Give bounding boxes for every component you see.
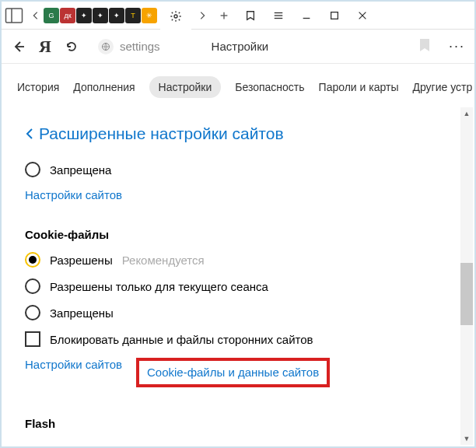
background-tabs: G дк ✦ ✦ ✦ T ✳ [44, 8, 157, 23]
tab-next-icon[interactable] [194, 2, 210, 30]
address-field[interactable]: settings [98, 39, 160, 54]
block-third-party-option[interactable]: Блокировать данные и файлы сторонних сай… [25, 331, 451, 347]
svg-point-2 [174, 15, 177, 18]
tab-favicon[interactable]: ✦ [76, 8, 92, 23]
scroll-up-icon[interactable]: ▲ [460, 107, 473, 120]
radio-icon[interactable] [25, 305, 40, 320]
cookies-allowed-option[interactable]: Разрешены Рекомендуется [25, 252, 451, 268]
tab-addons[interactable]: Дополнения [73, 81, 135, 93]
section-title: Расширенные настройки сайтов [39, 124, 284, 143]
cookies-session-option[interactable]: Разрешены только для текущего сеанса [25, 278, 451, 294]
radio-option-blocked[interactable]: Запрещена [25, 162, 451, 177]
address-bar: Я settings Настройки ··· [2, 30, 474, 64]
page-title: Настройки [212, 40, 269, 53]
tab-favicon[interactable]: ✳ [142, 8, 157, 23]
tab-other[interactable]: Другие устр [412, 81, 472, 93]
svg-rect-0 [6, 9, 23, 23]
radio-label: Запрещена [50, 163, 111, 177]
scrollbar[interactable]: ▲ ▼ [460, 107, 473, 445]
radio-label: Разрешены [50, 254, 113, 267]
bookmark-icon[interactable] [419, 38, 430, 55]
section-back-link[interactable]: Расширенные настройки сайтов [25, 124, 451, 143]
close-button[interactable] [353, 6, 372, 25]
cookies-heading: Сookie-файлы [25, 228, 451, 241]
maximize-button[interactable] [325, 6, 344, 25]
checkbox-icon[interactable] [25, 331, 40, 347]
reader-mode-icon[interactable] [241, 6, 260, 25]
site-info-icon[interactable] [98, 39, 114, 54]
scroll-down-icon[interactable]: ▼ [460, 432, 473, 445]
radio-icon[interactable] [25, 278, 40, 294]
tab-security[interactable]: Безопасность [235, 81, 304, 93]
tab-favicon[interactable]: G [44, 8, 59, 23]
tab-favicon[interactable]: T [125, 8, 141, 23]
svg-rect-9 [331, 12, 338, 19]
back-button[interactable] [11, 39, 26, 54]
menu-icon[interactable] [269, 6, 288, 25]
tab-passwords[interactable]: Пароли и карты [319, 81, 399, 93]
flash-heading: Flash [25, 417, 451, 430]
chevron-left-icon [25, 128, 34, 140]
cookies-blocked-option[interactable]: Запрещены [25, 305, 451, 320]
site-settings-link[interactable]: Настройки сайтов [25, 358, 122, 371]
settings-content: Расширенные настройки сайтов Запрещена Н… [2, 124, 474, 448]
url-text: settings [120, 40, 160, 53]
radio-label: Разрешены только для текущего сеанса [50, 280, 268, 293]
more-menu-icon[interactable]: ··· [449, 38, 465, 54]
active-tab[interactable] [160, 2, 191, 30]
highlight-annotation: Cookie-файлы и данные сайтов [136, 358, 330, 387]
recommended-hint: Рекомендуется [122, 254, 205, 267]
new-tab-button[interactable] [216, 2, 232, 30]
tab-history[interactable]: История [17, 81, 59, 93]
radio-icon[interactable] [25, 162, 40, 177]
scrollbar-thumb[interactable] [460, 263, 473, 325]
radio-label: Запрещены [50, 306, 114, 320]
tab-favicon[interactable]: ✦ [109, 8, 124, 23]
minimize-button[interactable] [297, 6, 316, 25]
tab-favicon[interactable]: ✦ [93, 8, 108, 23]
cookie-data-link[interactable]: Cookie-файлы и данные сайтов [147, 366, 319, 379]
settings-tabs: История Дополнения Настройки Безопасност… [2, 64, 474, 110]
tab-settings[interactable]: Настройки [149, 76, 222, 98]
tab-favicon[interactable]: дк [60, 8, 75, 23]
yandex-logo[interactable]: Я [39, 37, 51, 57]
title-bar: G дк ✦ ✦ ✦ T ✳ [2, 2, 474, 30]
site-settings-link[interactable]: Настройки сайтов [25, 188, 451, 201]
tab-prev-icon[interactable] [28, 2, 44, 30]
gear-icon [170, 10, 182, 23]
sidebar-toggle-icon[interactable] [5, 6, 23, 25]
reload-button[interactable] [64, 39, 79, 54]
radio-icon[interactable] [25, 252, 40, 268]
checkbox-label: Блокировать данные и файлы сторонних сай… [50, 333, 313, 346]
